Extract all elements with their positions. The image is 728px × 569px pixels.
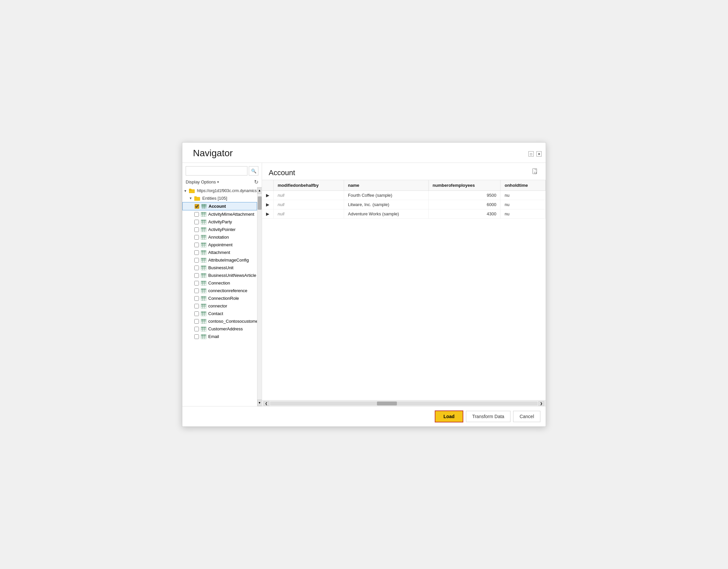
attachment-label: Attachment (208, 250, 230, 255)
table-icon-connector (201, 304, 206, 309)
page-title: Navigator (186, 145, 239, 162)
activitymimeattachment-checkbox[interactable] (194, 212, 199, 217)
col-header-numberofemployees: numberofemployees (428, 180, 501, 191)
h-scroll-left-button[interactable]: ❮ (263, 401, 269, 406)
cell-modifiedonbehalfby-2: null (274, 209, 344, 219)
activitypointer-label: ActivityPointer (208, 227, 235, 232)
cell-onholdtime-2: nu (501, 209, 546, 219)
connector-label: connector (208, 304, 227, 309)
col-header-name: name (344, 180, 428, 191)
tree-entity-activityparty[interactable]: ActivityParty (182, 218, 257, 226)
table-icon-connectionrole (201, 296, 206, 301)
collapse-arrow-icon: ▼ (184, 189, 188, 193)
scroll-up-button[interactable]: ▲ (257, 187, 262, 194)
tree-scroll-area[interactable]: ▼ https://org1d1f903c.crm.dynamics.com/ … (182, 187, 257, 406)
annotation-checkbox[interactable] (194, 235, 199, 239)
tree-entity-attributeimageconfig[interactable]: AttributeImageConfig (182, 256, 257, 264)
tree-entity-activitymimeattachment[interactable]: ActivityMimeAttachment (182, 210, 257, 218)
tree-entity-annotation[interactable]: Annotation (182, 233, 257, 241)
contoso_contosocustomentity-checkbox[interactable] (194, 319, 199, 324)
email-checkbox[interactable] (194, 334, 199, 339)
cell-name-2: Adventure Works (sample) (344, 209, 428, 219)
h-scroll-right-button[interactable]: ❯ (538, 401, 544, 406)
svg-rect-34 (201, 235, 206, 236)
tree-entity-email[interactable]: Email (182, 333, 257, 340)
connectionreference-checkbox[interactable] (194, 289, 199, 293)
footer: Load Transform Data Cancel (182, 406, 546, 427)
businessunit-checkbox[interactable] (194, 265, 199, 270)
tree-root-item[interactable]: ▼ https://org1d1f903c.crm.dynamics.com/ … (182, 187, 257, 194)
table-icon-attributeimageconfig (201, 258, 206, 262)
contact-checkbox[interactable] (194, 312, 199, 316)
close-button[interactable]: ✕ (536, 151, 542, 156)
tree-entity-activitypointer[interactable]: ActivityPointer (182, 226, 257, 233)
tree-entities-item[interactable]: ▼ Entities [105] (182, 194, 257, 202)
table-icon-businessunit (201, 265, 206, 270)
col-header-modifiedonbehalfby: modifiedonbehalfby (274, 180, 344, 191)
svg-rect-28 (201, 227, 206, 229)
tree-entity-contact[interactable]: Contact (182, 310, 257, 318)
email-label: Email (208, 334, 219, 339)
businessunitnewsarticle-checkbox[interactable] (194, 273, 199, 278)
businessunit-label: BusinessUnit (208, 265, 233, 270)
table-icon-email (201, 334, 206, 339)
load-button[interactable]: Load (435, 411, 463, 423)
tree-entity-connectionreference[interactable]: connectionreference (182, 287, 257, 295)
search-input[interactable] (186, 166, 247, 175)
svg-rect-100 (201, 319, 206, 321)
h-scroll-thumb[interactable] (377, 402, 397, 406)
activityparty-checkbox[interactable] (194, 220, 199, 224)
svg-rect-46 (201, 250, 206, 251)
row-indicator-0: ▶ (262, 191, 274, 200)
search-button[interactable]: 🔍 (249, 166, 258, 175)
svg-rect-64 (201, 273, 206, 274)
table-icon-businessunitnewsarticle (201, 273, 206, 278)
cell-name-0: Fourth Coffee (sample) (344, 191, 428, 200)
annotation-label: Annotation (208, 235, 229, 239)
activitypointer-checkbox[interactable] (194, 227, 199, 232)
connector-checkbox[interactable] (194, 304, 199, 309)
attachment-checkbox[interactable] (194, 250, 199, 255)
table-row: ▶ null Fourth Coffee (sample) 9500 nu (262, 191, 546, 200)
row-indicator-1: ▶ (262, 200, 274, 209)
account-checkbox[interactable] (195, 204, 199, 209)
display-options-row: Display Options ▾ ↻ (182, 177, 262, 187)
maximize-button[interactable]: □ (528, 151, 534, 156)
table-header: modifiedonbehalfby name numberofemployee… (262, 180, 546, 191)
transform-data-button[interactable]: Transform Data (466, 411, 511, 422)
root-url-label: https://org1d1f903c.crm.dynamics.com/ [2… (197, 188, 257, 193)
cell-name-1: Litware, Inc. (sample) (344, 200, 428, 209)
tree-entity-businessunitnewsarticle[interactable]: BusinessUnitNewsArticle (182, 271, 257, 279)
refresh-button[interactable]: ↻ (254, 179, 258, 185)
tree-entity-account[interactable]: Account (182, 202, 257, 210)
customeraddress-checkbox[interactable] (194, 327, 199, 332)
doc-refresh-icon-svg (532, 168, 539, 175)
tree-entity-businessunit[interactable]: BusinessUnit (182, 264, 257, 271)
tree-entity-contoso_contosocustomentity[interactable]: contoso_Contosocustomentity (182, 318, 257, 325)
tree-entity-connection[interactable]: Connection (182, 279, 257, 287)
connectionreference-label: connectionreference (208, 288, 247, 293)
scroll-down-button[interactable]: ▼ (257, 400, 262, 406)
tree-entity-customeraddress[interactable]: CustomerAddress (182, 325, 257, 333)
col-header-onholdtime: onholdtime (501, 180, 546, 191)
preview-title: Account (269, 168, 295, 177)
connectionrole-checkbox[interactable] (194, 296, 199, 301)
appointment-checkbox[interactable] (194, 242, 199, 247)
row-indicator-2: ▶ (262, 209, 274, 219)
cancel-button[interactable]: Cancel (513, 411, 540, 422)
table-icon-contoso_contosocustomentity (201, 319, 206, 324)
attributeimageconfig-checkbox[interactable] (194, 258, 199, 262)
connection-checkbox[interactable] (194, 281, 199, 286)
svg-rect-58 (201, 265, 206, 267)
display-options-button[interactable]: Display Options ▾ (186, 179, 219, 184)
scroll-thumb[interactable] (258, 196, 262, 210)
tree-entity-connectionrole[interactable]: ConnectionRole (182, 295, 257, 302)
tree-entity-attachment[interactable]: Attachment (182, 248, 257, 256)
header-row: modifiedonbehalfby name numberofemployee… (262, 180, 546, 191)
tree-entity-appointment[interactable]: Appointment (182, 241, 257, 248)
collapse-entities-icon: ▼ (189, 196, 194, 200)
preview-refresh-icon[interactable] (532, 168, 539, 177)
tree-entity-connector[interactable]: connector (182, 302, 257, 310)
svg-rect-88 (201, 304, 206, 305)
row-indicator-header (262, 180, 274, 191)
